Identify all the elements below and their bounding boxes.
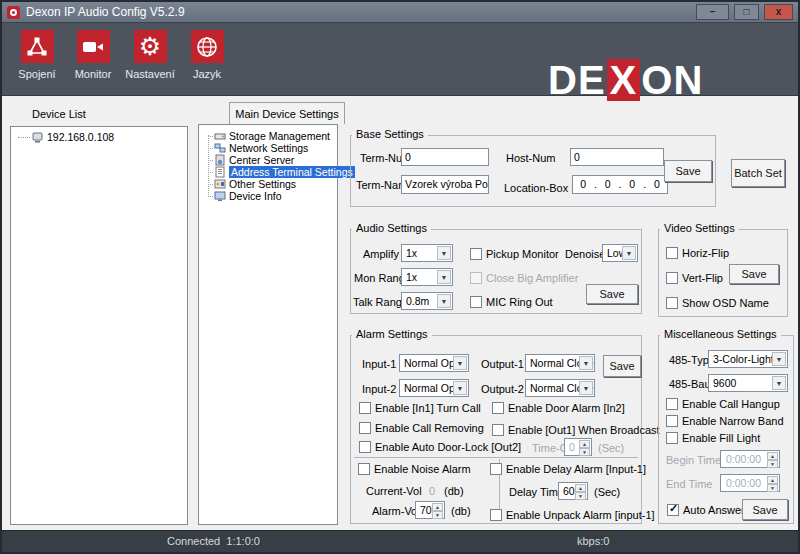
- horiz-flip-checkbox[interactable]: [666, 247, 678, 259]
- mon-range-select[interactable]: 1x: [401, 268, 453, 286]
- tree-item-other-settings[interactable]: Other Settings: [208, 178, 296, 190]
- spinner-arrows[interactable]: [575, 484, 586, 498]
- dropdown-arrow-icon[interactable]: [622, 246, 636, 260]
- enable-fill-light-checkbox[interactable]: [666, 432, 678, 444]
- spin-down-icon: [767, 460, 778, 468]
- delay-time-label: Delay Time: [509, 486, 564, 498]
- toolbar-button-settings[interactable]: ⚙ Nastavení: [121, 30, 179, 80]
- dropdown-arrow-icon[interactable]: [579, 356, 593, 370]
- tree-expander[interactable]: [18, 137, 30, 138]
- alarm-vol-spinner[interactable]: 70: [415, 501, 445, 519]
- batch-set-button[interactable]: Batch Set: [731, 159, 785, 187]
- enable-call-removing-label[interactable]: Enable Call Removing: [375, 422, 484, 434]
- output1-select[interactable]: Normal Close: [525, 354, 595, 372]
- enable-out1-broadcast-checkbox[interactable]: [492, 424, 504, 436]
- show-osd-name-label[interactable]: Show OSD Name: [682, 297, 769, 309]
- spin-up-icon: [579, 440, 590, 448]
- maximize-button[interactable]: □: [734, 4, 759, 20]
- enable-in1-turn-call-label[interactable]: Enable [In1] Turn Call: [375, 402, 481, 414]
- talk-range-select[interactable]: 0.8m: [401, 292, 453, 310]
- enable-unpack-alarm-checkbox[interactable]: [490, 509, 502, 521]
- denoise-label: Denoise: [565, 248, 605, 260]
- enable-noise-alarm-checkbox[interactable]: [358, 463, 370, 475]
- amplify-select[interactable]: 1x: [401, 244, 453, 262]
- pickup-monitor-checkbox[interactable]: [470, 248, 482, 260]
- close-icon: x: [776, 7, 782, 17]
- input2-select[interactable]: Normal Open: [399, 379, 469, 397]
- enable-auto-door-lock-label[interactable]: Enable Auto Door-Lock [Out2]: [375, 441, 521, 453]
- dropdown-arrow-icon[interactable]: [453, 356, 467, 370]
- enable-door-alarm-label[interactable]: Enable Door Alarm [In2]: [508, 402, 625, 414]
- video-save-button[interactable]: Save: [729, 264, 779, 284]
- dropdown-arrow-icon[interactable]: [772, 376, 786, 390]
- misc-save-button[interactable]: Save: [742, 499, 788, 520]
- output2-select[interactable]: Normal Close: [525, 379, 595, 397]
- close-button[interactable]: x: [764, 4, 793, 20]
- base-settings-title: Base Settings: [352, 128, 428, 140]
- toolbar-button-language[interactable]: Jazyk: [178, 30, 236, 80]
- dropdown-arrow-icon[interactable]: [437, 294, 451, 308]
- toolbar-button-monitor[interactable]: Monitor: [64, 30, 122, 80]
- vert-flip-label[interactable]: Vert-Flip: [682, 272, 723, 284]
- enable-in1-turn-call-checkbox[interactable]: [359, 402, 371, 414]
- input1-select[interactable]: Normal Open: [399, 354, 469, 372]
- tree-item-label-selected: Address Terminal Settings: [229, 166, 355, 178]
- host-num-label: Host-Num: [506, 152, 556, 164]
- dropdown-arrow-icon[interactable]: [579, 381, 593, 395]
- show-osd-name-checkbox[interactable]: [666, 297, 678, 309]
- term-name-input[interactable]: Vzorek výroba PoE + a: [401, 175, 489, 194]
- spin-up-icon: [767, 452, 778, 460]
- enable-delay-alarm-checkbox[interactable]: [490, 463, 502, 475]
- enable-noise-alarm-label[interactable]: Enable Noise Alarm: [374, 463, 471, 475]
- enable-call-removing-checkbox[interactable]: [359, 422, 371, 434]
- delay-time-spinner[interactable]: 60: [558, 482, 588, 500]
- enable-narrow-band-label[interactable]: Enable Narrow Band: [682, 415, 784, 427]
- tree-item-center-server[interactable]: Center Server: [208, 154, 294, 166]
- auto-answer-checkbox[interactable]: [667, 504, 679, 516]
- enable-unpack-alarm-label[interactable]: Enable Unpack Alarm [input-1]: [506, 509, 655, 521]
- host-num-input[interactable]: 0: [570, 148, 664, 166]
- device-info-icon: [214, 190, 226, 202]
- enable-out1-broadcast-label[interactable]: Enable [Out1] When Broadcast: [508, 424, 660, 436]
- enable-narrow-band-checkbox[interactable]: [666, 415, 678, 427]
- dropdown-arrow-icon[interactable]: [453, 381, 467, 395]
- tab-main-device-settings[interactable]: Main Device Settings: [229, 102, 345, 124]
- tree-item-storage-management[interactable]: Storage Management: [208, 130, 330, 142]
- device-list-item[interactable]: 192.168.0.108: [18, 131, 114, 143]
- pickup-monitor-label[interactable]: Pickup Monitor: [486, 248, 559, 260]
- enable-fill-light-label[interactable]: Enable Fill Light: [682, 432, 760, 444]
- enable-door-alarm-checkbox[interactable]: [492, 402, 504, 414]
- toolbar-button-connection[interactable]: Spojení: [8, 30, 66, 80]
- spinner-arrows[interactable]: [432, 503, 443, 517]
- tree-item-device-info[interactable]: Device Info: [208, 190, 282, 202]
- 485-baud-select[interactable]: 9600: [708, 374, 788, 392]
- enable-delay-alarm-label[interactable]: Enable Delay Alarm [Input-1]: [506, 463, 646, 475]
- terminal-icon: [214, 166, 226, 178]
- auto-answer-label[interactable]: Auto Answer: [683, 504, 745, 516]
- base-save-button[interactable]: Save: [664, 160, 712, 182]
- enable-call-hangup-label[interactable]: Enable Call Hangup: [682, 398, 780, 410]
- spin-up-icon: [767, 476, 778, 484]
- minimize-button[interactable]: –: [696, 4, 729, 20]
- tree-item-address-terminal-settings[interactable]: Address Terminal Settings: [208, 166, 355, 178]
- tree-item-network-settings[interactable]: Network Settings: [208, 142, 308, 154]
- dropdown-arrow-icon[interactable]: [437, 270, 451, 284]
- dropdown-arrow-icon[interactable]: [772, 352, 786, 366]
- term-num-input[interactable]: 0: [401, 148, 489, 166]
- alarm-save-button[interactable]: Save: [603, 355, 641, 377]
- dropdown-arrow-icon[interactable]: [437, 246, 451, 260]
- vert-flip-checkbox[interactable]: [666, 272, 678, 284]
- location-box-ip-input[interactable]: 0 . 0 . 0 . 0: [572, 175, 668, 194]
- horiz-flip-label[interactable]: Horiz-Flip: [682, 247, 729, 259]
- 485-type-select[interactable]: 3-Color-Light: [708, 350, 788, 368]
- audio-save-button[interactable]: Save: [586, 284, 638, 304]
- enable-auto-door-lock-checkbox[interactable]: [359, 441, 371, 453]
- begin-time-label: Begin Time: [666, 454, 721, 466]
- mic-ring-out-label[interactable]: MIC Ring Out: [486, 296, 553, 308]
- current-vol-label: Current-Vol: [366, 485, 422, 497]
- logo-text-de: DE: [548, 58, 606, 103]
- denoise-select[interactable]: Low: [602, 244, 638, 262]
- device-list-panel: [10, 126, 188, 525]
- mic-ring-out-checkbox[interactable]: [470, 296, 482, 308]
- enable-call-hangup-checkbox[interactable]: [666, 398, 678, 410]
